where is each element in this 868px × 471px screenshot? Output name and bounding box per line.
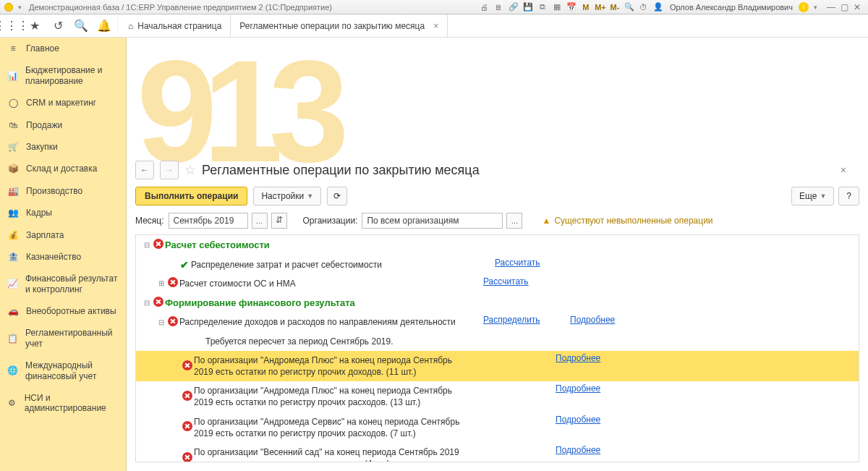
sidebar-item-2[interactable]: ◯CRM и маркетинг xyxy=(0,92,126,114)
memory-m-icon[interactable]: M xyxy=(580,1,592,13)
memory-mminus-icon[interactable]: M- xyxy=(609,1,621,13)
sidebar-item-11[interactable]: 🚗Внеоборотные активы xyxy=(0,300,126,322)
more-menu-button[interactable]: Еще ▼ xyxy=(791,187,834,205)
app-menu-icon[interactable]: ▾ xyxy=(14,2,25,12)
history-icon[interactable]: ⏱ xyxy=(638,1,650,13)
refresh-button[interactable]: ⟳ xyxy=(327,187,347,205)
month-ellipsis-button[interactable]: … xyxy=(252,213,268,229)
sidebar-item-icon: ⚙ xyxy=(7,398,17,408)
info-icon[interactable]: i xyxy=(799,2,809,12)
settings-button[interactable]: Настройки ▼ xyxy=(253,187,321,205)
list-row[interactable]: По организации "Андромеда Плюс" на конец… xyxy=(136,351,859,381)
status-icon xyxy=(181,452,194,462)
sidebar-item-icon: 📈 xyxy=(7,279,18,289)
zoom-icon[interactable]: 🔍 xyxy=(624,1,635,13)
memory-mplus-icon[interactable]: M+ xyxy=(595,1,606,13)
expand-icon[interactable] xyxy=(156,279,166,287)
list-row[interactable]: Расчет себестоимости xyxy=(136,235,859,255)
warning-message: ▲ Существуют невыполненные операции xyxy=(541,216,712,226)
list-row[interactable]: Распределение доходов и расходов по напр… xyxy=(136,313,859,331)
month-label: Месяц: xyxy=(135,216,164,226)
expand-icon[interactable] xyxy=(156,318,166,326)
search-icon[interactable]: 🔍 xyxy=(69,14,93,37)
details-link[interactable]: Подробнее xyxy=(556,383,600,394)
close-window-button[interactable]: ✕ xyxy=(851,2,864,12)
list-row[interactable]: Требуется пересчет за период Сентябрь 20… xyxy=(136,332,859,351)
details-link[interactable]: Подробнее xyxy=(556,445,600,455)
list-row[interactable]: ✔Распределение затрат и расчет себестоим… xyxy=(136,255,859,274)
minimize-button[interactable]: — xyxy=(825,2,838,12)
sidebar-item-9[interactable]: 🏦Казначейство xyxy=(0,246,126,268)
info-menu-icon[interactable]: ▾ xyxy=(810,2,820,12)
sidebar-item-7[interactable]: 👥Кадры xyxy=(0,202,126,224)
list-row[interactable]: Формирование финансового результата xyxy=(136,293,859,313)
sidebar-item-13[interactable]: 🌐Международный финансовый учет xyxy=(0,355,126,387)
expand-icon[interactable] xyxy=(142,299,152,307)
maximize-button[interactable]: ▢ xyxy=(838,2,851,12)
sidebar-item-4[interactable]: 🛒Закупки xyxy=(0,136,126,158)
details-link[interactable]: Подробнее xyxy=(570,315,615,325)
status-icon xyxy=(181,391,194,403)
nav-back-button[interactable]: ← xyxy=(135,161,154,179)
calc-link[interactable]: Рассчитать xyxy=(483,276,529,287)
command-bar: Выполнить операции Настройки ▼ ⟳ Еще ▼ ? xyxy=(127,187,868,213)
sidebar-item-12[interactable]: 📋Регламентированный учет xyxy=(0,322,126,355)
copy-icon[interactable]: ⧉ xyxy=(537,1,548,13)
nav-forward-button[interactable]: → xyxy=(160,161,179,179)
distribute-link[interactable]: Распределить xyxy=(483,315,540,325)
details-link[interactable]: Подробнее xyxy=(556,415,600,425)
print-icon[interactable]: 🖨 xyxy=(479,1,490,13)
save-icon[interactable]: 💾 xyxy=(522,1,534,13)
sidebar-item-label: Казначейство xyxy=(26,252,81,262)
watermark: 913 xyxy=(137,54,868,169)
bell-icon[interactable]: 🔔 xyxy=(93,14,116,37)
user-name[interactable]: Орлов Александр Владимирович xyxy=(670,3,793,12)
sidebar-item-10[interactable]: 📈Финансовый результат и контроллинг xyxy=(0,268,126,300)
page-close-icon[interactable]: × xyxy=(841,164,859,176)
apps-icon[interactable]: ⋮⋮⋮ xyxy=(0,14,23,37)
calc-link[interactable]: Рассчитать xyxy=(495,258,540,268)
sidebar-item-icon: 🏦 xyxy=(7,252,19,262)
sidebar-item-6[interactable]: 🏭Производство xyxy=(0,180,126,202)
favorite-icon[interactable]: ★ xyxy=(23,14,46,37)
operations-list: Расчет себестоимости✔Распределение затра… xyxy=(135,234,859,462)
org-ellipsis-button[interactable]: … xyxy=(506,213,522,229)
sidebar-item-label: Зарплата xyxy=(26,230,64,240)
month-input[interactable]: Сентябрь 2019 xyxy=(169,213,248,229)
sidebar-item-label: Регламентированный учет xyxy=(25,328,119,349)
sidebar-item-label: Внеоборотные активы xyxy=(26,306,116,316)
sidebar-item-3[interactable]: 🛍Продажи xyxy=(0,114,126,136)
refresh-icon: ⟳ xyxy=(333,191,341,201)
tab-close-icon[interactable]: × xyxy=(433,21,438,31)
tab-home[interactable]: ⌂ Начальная страница xyxy=(119,14,231,37)
row-text: Распределение доходов и расходов по напр… xyxy=(179,315,483,329)
list-row[interactable]: По организации "Андромеда Сервис" на кон… xyxy=(136,412,859,443)
sidebar: ≡Главное📊Бюджетирование и планирование◯C… xyxy=(0,38,127,471)
tab-current[interactable]: Регламентные операции по закрытию месяца… xyxy=(231,14,448,37)
sidebar-item-5[interactable]: 📦Склад и доставка xyxy=(0,158,126,179)
doc-icon[interactable]: 🗎 xyxy=(493,1,505,13)
expand-icon[interactable] xyxy=(142,241,152,249)
month-spinner-button[interactable]: ⇵ xyxy=(271,213,287,229)
status-icon xyxy=(152,297,165,309)
list-row[interactable]: По организации "Андромеда Плюс" на конец… xyxy=(136,381,859,412)
sidebar-item-1[interactable]: 📊Бюджетирование и планирование xyxy=(0,59,126,92)
sidebar-item-8[interactable]: 💰Зарплата xyxy=(0,224,126,246)
org-input[interactable]: По всем организациям xyxy=(362,213,503,229)
sidebar-item-14[interactable]: ⚙НСИ и администрирование xyxy=(0,387,126,420)
warning-icon: ▲ xyxy=(541,216,551,226)
fav-star-icon[interactable]: ☆ xyxy=(184,162,196,178)
history-back-icon[interactable]: ↺ xyxy=(46,14,69,37)
run-operations-button[interactable]: Выполнить операции xyxy=(135,187,247,205)
link-icon[interactable]: 🔗 xyxy=(508,1,519,13)
details-link[interactable]: Подробнее xyxy=(556,353,600,363)
list-row[interactable]: По организации "Весенний сад" на конец п… xyxy=(136,443,859,462)
help-button[interactable]: ? xyxy=(838,187,859,205)
calendar-icon[interactable]: 📅 xyxy=(566,1,577,13)
calc-icon[interactable]: ▦ xyxy=(551,1,563,13)
sidebar-item-label: Склад и доставка xyxy=(26,164,97,174)
sidebar-item-0[interactable]: ≡Главное xyxy=(0,38,126,59)
sidebar-item-icon: ◯ xyxy=(7,98,19,108)
sidebar-item-icon: 🏭 xyxy=(7,186,19,196)
list-row[interactable]: Расчет стоимости ОС и НМАРассчитать xyxy=(136,274,859,293)
